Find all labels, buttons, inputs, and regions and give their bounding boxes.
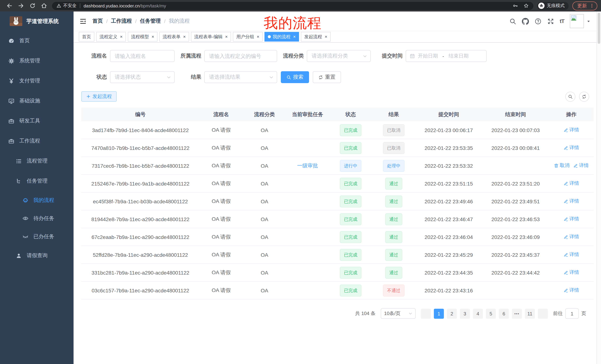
process-name-input[interactable] xyxy=(110,50,175,62)
tab-用户分组[interactable]: 用户分组× xyxy=(233,32,263,42)
tab-流程表单[interactable]: 流程表单× xyxy=(159,32,189,42)
end-time-cell: 2022-01-22 23:45:37 xyxy=(482,252,549,258)
font-size-icon[interactable]: tT xyxy=(560,18,564,25)
breadcrumb-item[interactable]: 首页 xyxy=(92,18,103,25)
sidebar-item-工作流程[interactable]: 工作流程 xyxy=(0,131,74,151)
app-title: 芋道管理系统 xyxy=(26,18,59,25)
category-cell: OA xyxy=(243,287,286,293)
logo-row[interactable]: 芋道管理系统 xyxy=(0,11,74,31)
sidebar-item-label: 工作流程 xyxy=(19,138,40,144)
current-task-link[interactable]: 一级审批 xyxy=(297,162,318,168)
action-详情[interactable]: 详情 xyxy=(563,144,579,151)
tab-流程表单-编辑[interactable]: 流程表单-编辑× xyxy=(191,32,231,42)
close-icon[interactable]: × xyxy=(151,34,154,39)
page-size-select[interactable]: 10条/页 xyxy=(381,308,416,319)
page-3[interactable]: 3 xyxy=(460,308,470,318)
page-1[interactable]: 1 xyxy=(434,308,444,318)
tab-流程定义[interactable]: 流程定义× xyxy=(96,32,126,42)
page-4[interactable]: 4 xyxy=(473,308,483,318)
page-6[interactable]: 6 xyxy=(499,308,509,318)
action-详情[interactable]: 详情 xyxy=(563,127,579,133)
sidebar-item-任务管理[interactable]: 任务管理 xyxy=(0,171,74,191)
chevron-left-icon xyxy=(424,312,428,316)
action-详情[interactable]: 详情 xyxy=(563,269,579,276)
goto-page-input[interactable] xyxy=(565,308,579,319)
avatar-caret-icon[interactable] xyxy=(587,19,591,23)
page-2[interactable]: 2 xyxy=(447,308,457,318)
avatar[interactable] xyxy=(570,14,584,28)
close-icon[interactable]: × xyxy=(325,34,327,39)
not-secure-icon[interactable] xyxy=(56,3,61,8)
sidebar-item-研发工具[interactable]: 研发工具 xyxy=(0,111,74,131)
page-scrollbar[interactable] xyxy=(597,11,601,364)
sidebar-item-已办任务[interactable]: 已办任务 xyxy=(0,228,74,246)
sidebar-item-基础设施[interactable]: 基础设施 xyxy=(0,91,74,111)
tab-我的流程[interactable]: 我的流程× xyxy=(264,32,299,42)
refresh-table-button[interactable] xyxy=(579,91,589,102)
page-5[interactable]: 5 xyxy=(486,308,496,318)
toggle-search-button[interactable] xyxy=(565,91,575,102)
definition-input[interactable] xyxy=(204,50,277,62)
category-select[interactable]: 请选择流程分类 xyxy=(307,50,371,62)
action-详情[interactable]: 详情 xyxy=(573,162,589,169)
date-range-picker[interactable]: 开始日期 - 结束日期 xyxy=(406,50,487,62)
forward-icon[interactable] xyxy=(18,3,24,9)
fullscreen-icon[interactable] xyxy=(547,18,554,25)
process-name-cell: OA 请假 xyxy=(200,234,243,240)
bookmark-star-icon[interactable] xyxy=(523,3,529,9)
search-icon[interactable] xyxy=(509,18,516,25)
action-取消[interactable]: 取消 xyxy=(554,162,570,169)
collapse-sidebar-icon[interactable] xyxy=(80,18,87,25)
sidebar-item-我的流程[interactable]: 我的流程 xyxy=(0,191,74,209)
page-11[interactable]: 11 xyxy=(525,308,535,318)
next-page-button[interactable] xyxy=(538,308,548,318)
end-time-cell: 2022-01-22 23:46:53 xyxy=(482,216,549,222)
table-row: 52ffd28e-7b9a-11ec-a290-acde48001122OA 请… xyxy=(81,246,594,264)
page-ellipsis[interactable]: ••• xyxy=(512,308,522,318)
sidebar-item-请假查询[interactable]: 请假查询 xyxy=(0,246,74,266)
sidebar-item-支付管理[interactable]: 支付管理 xyxy=(0,71,74,91)
edit-icon xyxy=(563,252,568,257)
status-cell: 已完成 xyxy=(329,213,372,225)
search-button[interactable]: 搜索 xyxy=(281,71,309,83)
tab-首页[interactable]: 首页 xyxy=(79,32,94,42)
reload-icon[interactable] xyxy=(29,3,36,9)
scrollbar-thumb[interactable] xyxy=(598,13,600,44)
sidebar-item-流程管理[interactable]: 流程管理 xyxy=(0,151,74,171)
close-icon[interactable]: × xyxy=(120,34,123,39)
close-icon[interactable]: × xyxy=(293,34,296,39)
sidebar-item-系统管理[interactable]: 系统管理 xyxy=(0,51,74,71)
status-cell: 进行中 xyxy=(329,160,372,172)
sidebar-item-待办任务[interactable]: 待办任务 xyxy=(0,209,74,228)
tab-流程模型[interactable]: 流程模型× xyxy=(128,32,158,42)
column-header: 流程名 xyxy=(200,111,243,118)
edit-icon xyxy=(563,145,568,150)
action-详情[interactable]: 详情 xyxy=(563,251,579,258)
action-详情[interactable]: 详情 xyxy=(563,198,579,205)
status-select[interactable]: 请选择状态 xyxy=(110,71,175,83)
tab-发起流程[interactable]: 发起流程× xyxy=(301,32,331,42)
github-icon[interactable] xyxy=(522,18,529,25)
close-icon[interactable]: × xyxy=(183,34,186,39)
breadcrumb-item[interactable]: 工作流程 xyxy=(111,18,132,25)
action-详情[interactable]: 详情 xyxy=(563,216,579,222)
action-详情[interactable]: 详情 xyxy=(563,287,579,294)
close-icon[interactable]: × xyxy=(225,34,228,39)
close-icon[interactable]: × xyxy=(257,34,259,39)
address-bar[interactable]: 不安全 dashboard.yudao.iocoder.cn /bpm/task… xyxy=(52,2,533,10)
back-icon[interactable] xyxy=(6,3,13,9)
browser-menu-icon[interactable] xyxy=(590,3,594,8)
action-详情[interactable]: 详情 xyxy=(563,180,579,187)
breadcrumb-item[interactable]: 任务管理 xyxy=(140,18,161,25)
home-icon[interactable] xyxy=(41,3,47,9)
create-process-button[interactable]: 发起流程 xyxy=(81,91,117,102)
result-select[interactable]: 请选择流结果 xyxy=(204,71,277,83)
update-button[interactable]: 更新 xyxy=(572,1,597,10)
action-详情[interactable]: 详情 xyxy=(563,234,579,240)
prev-page-button[interactable] xyxy=(421,308,431,318)
help-icon[interactable] xyxy=(534,18,541,25)
sidebar-item-首页[interactable]: 首页 xyxy=(0,31,74,51)
reset-button[interactable]: 重置 xyxy=(313,71,341,83)
password-key-icon[interactable] xyxy=(513,3,518,9)
process-name-cell: OA 请假 xyxy=(200,127,243,133)
